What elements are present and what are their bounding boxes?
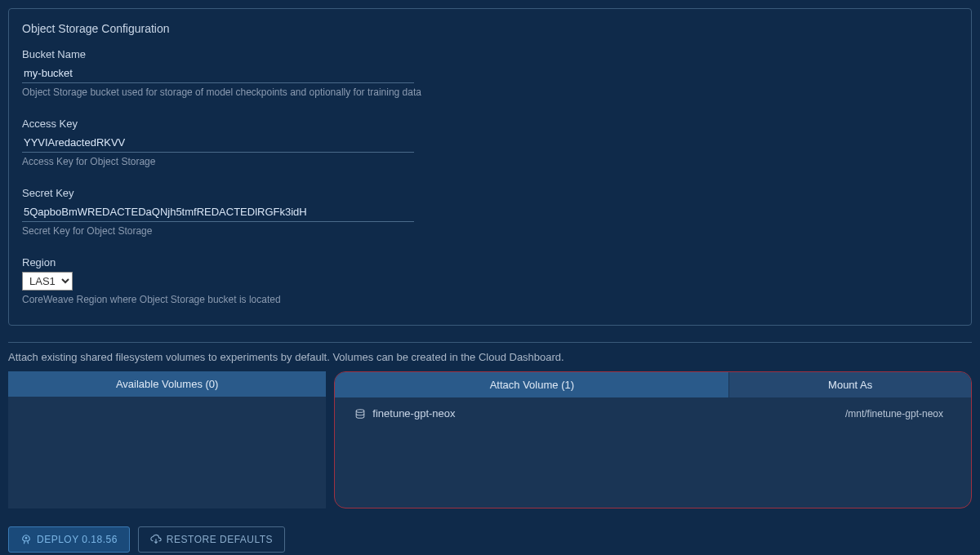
deploy-button[interactable]: DEPLOY 0.18.56 bbox=[8, 526, 130, 553]
region-select[interactable]: LAS1 bbox=[22, 272, 73, 291]
attach-volume-header: Attach Volume (1) bbox=[335, 372, 729, 397]
buttons-row: DEPLOY 0.18.56 RESTORE DEFAULTS bbox=[8, 526, 972, 553]
attach-volume-row[interactable]: finetune-gpt-neox /mnt/finetune-gpt-neox bbox=[345, 402, 961, 424]
access-key-field: Access Key Access Key for Object Storage bbox=[22, 118, 958, 167]
volumes-description: Attach existing shared filesystem volume… bbox=[8, 351, 972, 363]
secret-key-field: Secret Key Secret Key for Object Storage bbox=[22, 187, 958, 237]
object-storage-panel: Object Storage Configuration Bucket Name… bbox=[8, 8, 972, 326]
panel-title: Object Storage Configuration bbox=[22, 22, 958, 35]
attach-volume-name-cell: finetune-gpt-neox bbox=[354, 407, 722, 420]
volumes-row: Available Volumes (0) Attach Volume (1) … bbox=[8, 371, 972, 508]
restore-defaults-button[interactable]: RESTORE DEFAULTS bbox=[138, 526, 285, 553]
secret-key-help: Secret Key for Object Storage bbox=[22, 225, 958, 237]
attach-volume-name: finetune-gpt-neox bbox=[372, 407, 455, 420]
mount-as-header: Mount As bbox=[729, 372, 971, 397]
bucket-name-help: Object Storage bucket used for storage o… bbox=[22, 87, 958, 98]
access-key-label: Access Key bbox=[22, 118, 958, 130]
access-key-help: Access Key for Object Storage bbox=[22, 156, 958, 167]
svg-point-0 bbox=[357, 409, 365, 412]
svg-point-1 bbox=[25, 537, 27, 539]
rocket-icon bbox=[20, 534, 32, 545]
available-volumes-header: Available Volumes (0) bbox=[8, 371, 326, 397]
available-volumes-panel: Available Volumes (0) bbox=[8, 371, 326, 508]
bucket-name-label: Bucket Name bbox=[22, 48, 958, 60]
deploy-button-label: DEPLOY 0.18.56 bbox=[37, 534, 118, 545]
bucket-name-field: Bucket Name Object Storage bucket used f… bbox=[22, 48, 958, 98]
access-key-input[interactable] bbox=[22, 133, 414, 153]
divider bbox=[8, 342, 972, 343]
secret-key-input[interactable] bbox=[22, 202, 414, 222]
secret-key-label: Secret Key bbox=[22, 187, 958, 199]
attach-volumes-body: finetune-gpt-neox /mnt/finetune-gpt-neox bbox=[335, 397, 971, 508]
available-volumes-body bbox=[8, 397, 326, 507]
attach-volume-panel: Attach Volume (1) Mount As finetune-gpt-… bbox=[334, 371, 972, 508]
database-icon bbox=[354, 408, 366, 420]
region-help: CoreWeave Region where Object Storage bu… bbox=[22, 294, 958, 305]
restore-defaults-label: RESTORE DEFAULTS bbox=[167, 534, 273, 545]
cloud-download-icon bbox=[150, 534, 162, 545]
attach-volume-mount: /mnt/finetune-gpt-neox bbox=[723, 408, 951, 420]
region-label: Region bbox=[22, 256, 958, 269]
bucket-name-input[interactable] bbox=[22, 64, 414, 83]
region-field: Region LAS1 CoreWeave Region where Objec… bbox=[22, 256, 958, 305]
